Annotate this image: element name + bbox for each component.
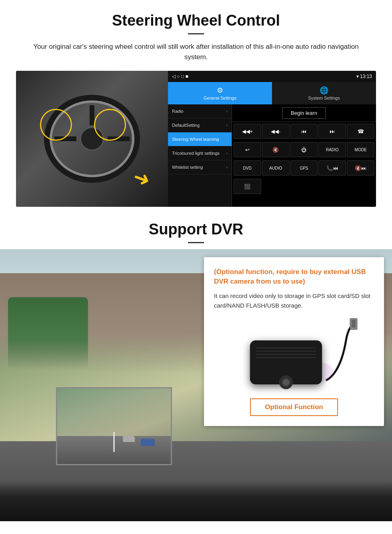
dvr-cam-lens <box>279 376 293 389</box>
button-grid-row3: DVD AUDIO GPS 📞⏮ 🔇⏭ <box>232 159 376 177</box>
global-icon: 🌐 <box>320 86 328 95</box>
inset-road-line <box>114 432 115 452</box>
android-tabs: ⚙ General Settings 🌐 System Settings <box>168 82 376 104</box>
dvr-background: (Optional function, require to buy exter… <box>0 249 392 521</box>
btn-power[interactable]: ⏻ <box>290 142 318 157</box>
section1-divider <box>188 33 204 34</box>
btn-vol-up[interactable]: ◀◀+ <box>234 124 261 139</box>
btn-mute[interactable]: 🔇 <box>262 142 290 157</box>
svg-rect-1 <box>352 320 356 328</box>
tab-general-settings[interactable]: ⚙ General Settings <box>168 82 272 104</box>
section1-subtitle: Your original car's steering wheel contr… <box>26 42 366 62</box>
btn-hang-up[interactable]: ↩ <box>234 142 261 157</box>
menu-item-radio[interactable]: Radio › <box>168 104 232 118</box>
dvr-cam-vents <box>256 348 316 358</box>
optional-function-button[interactable]: Optional Function <box>250 398 338 416</box>
btn-audio[interactable]: AUDIO <box>262 160 290 176</box>
dvr-trees <box>8 297 88 369</box>
section1-title: Steering Wheel Control <box>16 12 376 29</box>
menu-item-whitelist[interactable]: Whitelist setting › <box>168 160 232 174</box>
inset-car2 <box>123 436 135 442</box>
android-body: Radio › DefaultSetting › Steering Wheel … <box>168 104 376 207</box>
btn-extra[interactable]: ⬛ <box>234 179 261 194</box>
android-status-icons: ▾ 13:13 <box>356 74 372 79</box>
arrow-indicator <box>128 167 156 191</box>
optional-btn-wrap: Optional Function <box>214 398 374 418</box>
begin-learn-button[interactable]: Begin learn <box>282 107 326 119</box>
highlight-circle-right <box>94 109 126 141</box>
btn-mode[interactable]: MODE <box>347 142 374 157</box>
gear-icon: ⚙ <box>217 86 223 95</box>
menu-item-steering-learning[interactable]: Steering Wheel learning › <box>168 132 232 146</box>
dvr-inset-screen <box>56 387 172 465</box>
menu-item-defaultsetting[interactable]: DefaultSetting › <box>168 118 232 132</box>
settings-menu: Radio › DefaultSetting › Steering Wheel … <box>168 104 232 207</box>
btn-mute-next[interactable]: 🔇⏭ <box>347 160 374 176</box>
chevron-icon: › <box>226 165 228 170</box>
chevron-icon: › <box>226 137 228 142</box>
chevron-icon: › <box>226 151 228 156</box>
menu-whitelist-label: Whitelist setting <box>172 165 203 170</box>
dvr-info-card: (Optional function, require to buy exter… <box>204 257 384 426</box>
menu-item-tricoloured[interactable]: Tricoloured light settings › <box>168 146 232 160</box>
section2-header: Support DVR <box>0 207 392 249</box>
inset-car <box>141 439 155 446</box>
menu-defaultsetting-label: DefaultSetting <box>172 123 200 128</box>
tab-system-label: System Settings <box>308 96 340 100</box>
dvr-inset-image <box>57 388 171 464</box>
chevron-icon: › <box>226 109 228 114</box>
btn-call-prev[interactable]: 📞⏮ <box>318 160 346 176</box>
btn-vol-down[interactable]: ◀◀- <box>262 124 290 139</box>
dvr-description: It can record video only to storage in G… <box>214 291 374 310</box>
dvr-dashboard <box>0 481 392 521</box>
button-grid-row2: ↩ 🔇 ⏻ RADIO MODE <box>232 140 376 159</box>
btn-next[interactable]: ⏭ <box>318 124 346 139</box>
button-grid-row4: ⬛ <box>232 177 376 196</box>
button-grid-row1: ◀◀+ ◀◀- ⏮ ⏭ ☎ <box>232 122 376 140</box>
chevron-icon: › <box>226 123 228 128</box>
btn-prev[interactable]: ⏮ <box>290 124 318 139</box>
btn-gps[interactable]: GPS <box>290 160 318 176</box>
steering-mockup: ◁ ○ □ ■ ▾ 13:13 ⚙ General Settings 🌐 Sys… <box>16 71 376 207</box>
section2-dvr: Support DVR (Optional fun <box>0 207 392 523</box>
section1-steering: Steering Wheel Control Your original car… <box>0 0 392 207</box>
section2-divider <box>188 242 204 243</box>
steering-content: Begin learn ◀◀+ ◀◀- ⏮ ⏭ ☎ ↩ 🔇 ⏻ <box>232 104 376 207</box>
section2-title: Support DVR <box>0 221 392 238</box>
wheel-spoke-top <box>90 105 94 125</box>
tab-system-settings[interactable]: 🌐 System Settings <box>272 82 376 104</box>
dvr-cam-body <box>250 340 322 384</box>
dvr-orange-text: (Optional function, require to buy exter… <box>214 267 374 286</box>
android-topbar: ◁ ○ □ ■ ▾ 13:13 <box>168 71 376 82</box>
menu-radio-label: Radio <box>172 109 184 114</box>
android-ui-panel: ◁ ○ □ ■ ▾ 13:13 ⚙ General Settings 🌐 Sys… <box>168 71 376 207</box>
highlight-circle-left <box>40 109 72 141</box>
begin-learn-area: Begin learn <box>232 104 376 122</box>
tab-general-label: General Settings <box>204 96 236 100</box>
btn-dvd[interactable]: DVD <box>234 160 261 176</box>
menu-tricoloured-label: Tricoloured light settings <box>172 151 220 156</box>
btn-radio[interactable]: RADIO <box>318 142 346 157</box>
steering-wheel-photo <box>16 71 168 207</box>
android-nav-icons: ◁ ○ □ ■ <box>172 74 188 79</box>
btn-call[interactable]: ☎ <box>347 124 374 139</box>
dvr-camera-illustration <box>230 316 358 392</box>
menu-steering-label: Steering Wheel learning <box>172 137 219 142</box>
